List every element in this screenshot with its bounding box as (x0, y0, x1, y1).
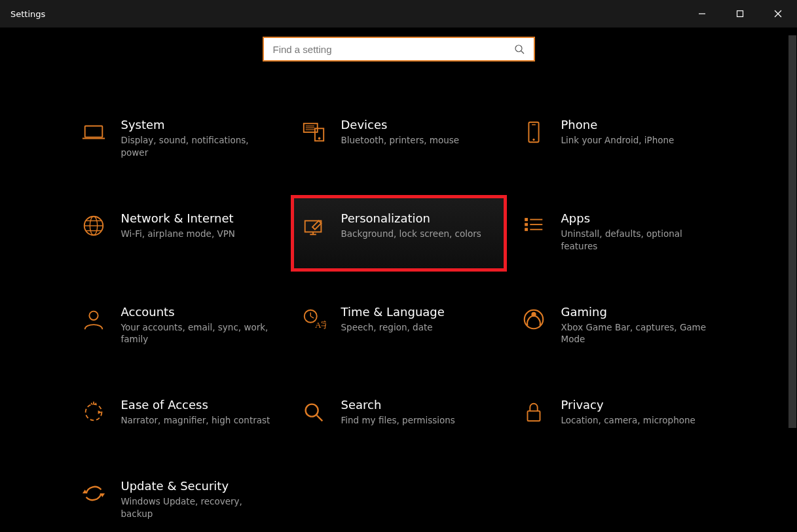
scrollbar[interactable] (788, 27, 797, 532)
content-area: SystemDisplay, sound, notifications, pow… (0, 27, 797, 528)
titlebar-left: Settings (10, 9, 45, 19)
globe-icon (81, 213, 107, 239)
window-controls (683, 0, 797, 27)
category-title: Time & Language (341, 305, 497, 319)
close-icon (774, 10, 782, 18)
personalization-icon (301, 213, 327, 239)
category-update[interactable]: Update & SecurityWindows Update, recover… (74, 474, 284, 528)
category-desc: Link your Android, iPhone (561, 134, 717, 147)
category-text: PersonalizationBackground, lock screen, … (341, 211, 497, 240)
category-title: Search (341, 398, 497, 412)
search-input[interactable] (273, 44, 514, 55)
search-container (0, 37, 797, 62)
category-title: Update & Security (121, 479, 277, 493)
search-icon (514, 44, 525, 54)
category-desc: Xbox Game Bar, captures, Game Mode (561, 321, 717, 346)
category-title: Ease of Access (121, 398, 277, 412)
apps-icon (521, 213, 547, 239)
category-desc: Wi-Fi, airplane mode, VPN (121, 228, 277, 240)
category-text: SearchFind my files, permissions (341, 398, 497, 427)
category-text: DevicesBluetooth, printers, mouse (341, 118, 497, 147)
category-accounts[interactable]: AccountsYour accounts, email, sync, work… (74, 300, 284, 354)
category-desc: Speech, region, date (341, 321, 497, 334)
search-category-icon (301, 399, 327, 425)
category-title: Apps (561, 211, 717, 225)
minimize-icon (698, 10, 706, 18)
search-box[interactable] (263, 37, 535, 62)
category-phone[interactable]: PhoneLink your Android, iPhone (514, 113, 724, 167)
gaming-icon (521, 306, 547, 332)
category-text: SystemDisplay, sound, notifications, pow… (121, 118, 277, 159)
category-text: PrivacyLocation, camera, microphone (561, 398, 717, 427)
category-title: Privacy (561, 398, 717, 412)
category-desc: Background, lock screen, colors (341, 228, 497, 240)
laptop-icon (81, 119, 107, 145)
category-text: AccountsYour accounts, email, sync, work… (121, 305, 277, 346)
category-title: Devices (341, 118, 497, 132)
category-title: Accounts (121, 305, 277, 319)
update-icon (81, 480, 107, 506)
category-text: Time & LanguageSpeech, region, date (341, 305, 497, 334)
category-text: Network & InternetWi-Fi, airplane mode, … (121, 211, 277, 240)
category-desc: Narrator, magnifier, high contrast (121, 414, 277, 427)
category-network[interactable]: Network & InternetWi-Fi, airplane mode, … (74, 206, 284, 260)
category-desc: Find my files, permissions (341, 414, 497, 427)
category-personalization[interactable]: PersonalizationBackground, lock screen, … (294, 198, 504, 268)
category-time[interactable]: Time & LanguageSpeech, region, date (294, 300, 504, 354)
category-desc: Your accounts, email, sync, work, family (121, 321, 277, 346)
time-language-icon (301, 306, 327, 332)
scrollbar-thumb[interactable] (788, 35, 796, 428)
category-search-cat[interactable]: SearchFind my files, permissions (294, 393, 504, 434)
category-text: Ease of AccessNarrator, magnifier, high … (121, 398, 277, 427)
ease-of-access-icon (81, 399, 107, 425)
maximize-icon (736, 10, 744, 18)
minimize-button[interactable] (683, 0, 721, 27)
category-title: Network & Internet (121, 211, 277, 225)
svg-point-4 (515, 45, 522, 52)
category-title: Personalization (341, 211, 497, 225)
category-title: Gaming (561, 305, 717, 319)
category-desc: Display, sound, notifications, power (121, 134, 277, 159)
titlebar: Settings (0, 0, 797, 27)
category-desc: Location, camera, microphone (561, 414, 717, 427)
category-text: Update & SecurityWindows Update, recover… (121, 479, 277, 520)
close-button[interactable] (759, 0, 797, 27)
category-system[interactable]: SystemDisplay, sound, notifications, pow… (74, 113, 284, 167)
category-desc: Uninstall, defaults, optional features (561, 228, 717, 253)
devices-icon (301, 119, 327, 145)
phone-icon (521, 119, 547, 145)
category-text: GamingXbox Game Bar, captures, Game Mode (561, 305, 717, 346)
category-desc: Windows Update, recovery, backup (121, 495, 277, 520)
settings-grid: SystemDisplay, sound, notifications, pow… (0, 113, 797, 528)
category-privacy[interactable]: PrivacyLocation, camera, microphone (514, 393, 724, 434)
svg-rect-1 (737, 11, 743, 17)
svg-line-5 (521, 51, 524, 54)
category-gaming[interactable]: GamingXbox Game Bar, captures, Game Mode (514, 300, 724, 354)
privacy-icon (521, 399, 547, 425)
window-title: Settings (10, 9, 45, 19)
maximize-button[interactable] (721, 0, 759, 27)
accounts-icon (81, 306, 107, 332)
category-title: System (121, 118, 277, 132)
category-title: Phone (561, 118, 717, 132)
category-text: AppsUninstall, defaults, optional featur… (561, 211, 717, 253)
category-ease[interactable]: Ease of AccessNarrator, magnifier, high … (74, 393, 284, 434)
category-devices[interactable]: DevicesBluetooth, printers, mouse (294, 113, 504, 167)
category-desc: Bluetooth, printers, mouse (341, 134, 497, 147)
category-apps[interactable]: AppsUninstall, defaults, optional featur… (514, 206, 724, 260)
category-text: PhoneLink your Android, iPhone (561, 118, 717, 147)
